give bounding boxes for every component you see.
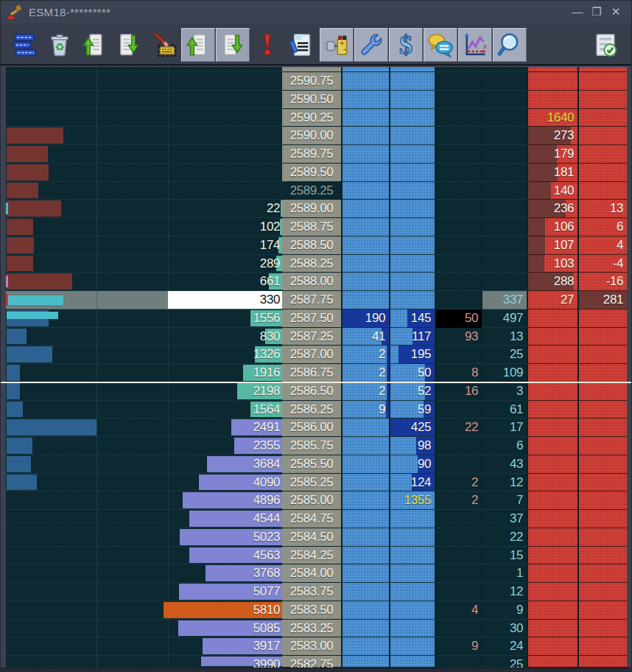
traded-count-cell[interactable]: 25: [482, 656, 528, 668]
ask-cell[interactable]: [390, 91, 436, 109]
orders-count-cell[interactable]: [436, 273, 482, 291]
bid-cell[interactable]: 2: [343, 346, 390, 364]
buy-volume-cell[interactable]: [528, 72, 579, 91]
traded-count-cell[interactable]: 337: [482, 291, 528, 309]
delta-cell[interactable]: 6: [579, 218, 627, 237]
bid-cell[interactable]: [343, 145, 390, 164]
traded-count-cell[interactable]: [482, 72, 528, 91]
orders-count-cell[interactable]: [436, 346, 482, 364]
traded-count-cell[interactable]: 24: [482, 637, 528, 656]
bid-cell[interactable]: [343, 127, 390, 145]
price-cell[interactable]: 2586.50: [282, 382, 343, 401]
buy-volume-cell[interactable]: [528, 656, 579, 668]
buy-volume-cell[interactable]: 288: [528, 273, 579, 291]
bid-cell[interactable]: [343, 437, 390, 455]
price-cell[interactable]: 2584.75: [282, 510, 343, 528]
traded-count-cell[interactable]: [482, 67, 528, 72]
buy-volume-cell[interactable]: [528, 528, 579, 547]
ask-cell[interactable]: [390, 72, 436, 91]
orders-count-cell[interactable]: [436, 583, 482, 601]
delta-cell[interactable]: 281: [579, 291, 627, 309]
bid-cell[interactable]: [343, 637, 390, 656]
bid-cell[interactable]: 2: [343, 364, 390, 382]
chart-button[interactable]: x: [458, 28, 492, 62]
ask-cell[interactable]: [390, 145, 436, 164]
orders-count-cell[interactable]: 8: [436, 364, 482, 382]
buy-volume-cell[interactable]: [528, 637, 579, 656]
price-cell[interactable]: 2585.50: [282, 455, 343, 474]
price-cell[interactable]: 2588.50: [282, 237, 343, 255]
bid-cell[interactable]: 41: [343, 328, 390, 346]
buy-volume-cell[interactable]: [528, 510, 579, 528]
buy-volume-cell[interactable]: 273: [528, 127, 579, 145]
buy-volume-cell[interactable]: [528, 564, 579, 583]
delta-cell[interactable]: [579, 164, 627, 182]
delta-cell[interactable]: -4: [579, 255, 627, 273]
traded-count-cell[interactable]: 22: [482, 528, 528, 547]
bid-cell[interactable]: 2: [343, 382, 390, 401]
maximize-button[interactable]: ❐: [587, 2, 606, 21]
ask-cell[interactable]: [390, 127, 436, 145]
price-cell[interactable]: 2589.50: [282, 164, 343, 182]
buy-volume-cell[interactable]: [528, 547, 579, 565]
buy-volume-cell[interactable]: [528, 474, 579, 492]
ask-cell[interactable]: [390, 601, 436, 620]
traded-count-cell[interactable]: [482, 182, 528, 200]
market-depth-levels-button[interactable]: [8, 28, 42, 62]
price-cell[interactable]: 2588.25: [282, 255, 343, 273]
delta-cell[interactable]: [579, 145, 627, 164]
bid-cell[interactable]: 190: [343, 309, 390, 328]
ask-cell[interactable]: 145: [390, 309, 436, 328]
orders-count-cell[interactable]: 50: [436, 309, 482, 328]
orders-count-cell[interactable]: 16: [436, 382, 482, 401]
delta-cell[interactable]: [579, 583, 627, 601]
delta-cell[interactable]: [579, 72, 627, 91]
delta-cell[interactable]: [579, 656, 627, 668]
price-cell[interactable]: 2584.00: [282, 564, 343, 583]
buy-volume-cell[interactable]: [528, 620, 579, 638]
traded-count-cell[interactable]: 15: [482, 547, 528, 565]
orders-count-cell[interactable]: [436, 91, 482, 109]
ask-cell[interactable]: [390, 528, 436, 547]
traded-count-cell[interactable]: 7: [482, 491, 528, 510]
traded-count-cell[interactable]: [482, 109, 528, 127]
buy-volume-cell[interactable]: 107: [528, 237, 579, 255]
price-cell[interactable]: 2583.25: [282, 620, 343, 638]
orders-count-cell[interactable]: [436, 547, 482, 565]
traded-count-cell[interactable]: [482, 127, 528, 145]
orders-count-cell[interactable]: [436, 145, 482, 164]
traded-count-cell[interactable]: 43: [482, 455, 528, 474]
orders-count-cell[interactable]: 2: [436, 491, 482, 510]
price-cell[interactable]: 2589.75: [282, 145, 343, 164]
bid-cell[interactable]: [343, 67, 390, 72]
delta-cell[interactable]: [579, 91, 627, 109]
orders-count-cell[interactable]: [436, 72, 482, 91]
bid-cell[interactable]: [343, 109, 390, 127]
traded-count-cell[interactable]: 37: [482, 510, 528, 528]
price-cell[interactable]: 2589.00: [282, 200, 343, 218]
delta-cell[interactable]: [579, 564, 627, 583]
ask-cell[interactable]: [390, 620, 436, 638]
page-send-up-button[interactable]: [77, 28, 111, 62]
traded-count-cell[interactable]: 6: [482, 437, 528, 455]
orders-count-cell[interactable]: [436, 182, 482, 200]
settings-wrench-button[interactable]: [354, 28, 388, 62]
delta-cell[interactable]: [579, 437, 627, 455]
delta-cell[interactable]: 13: [579, 200, 627, 218]
buy-volume-cell[interactable]: [528, 346, 579, 364]
bid-cell[interactable]: [343, 200, 390, 218]
traded-count-cell[interactable]: [482, 218, 528, 237]
price-cell[interactable]: 2590.50: [282, 91, 343, 109]
delta-cell[interactable]: [579, 547, 627, 565]
bid-cell[interactable]: [343, 273, 390, 291]
buy-volume-cell[interactable]: 140: [528, 182, 579, 200]
zoom-find-button[interactable]: [493, 28, 527, 62]
orders-count-cell[interactable]: 93: [436, 328, 482, 346]
buy-volume-cell[interactable]: [528, 67, 579, 72]
messages-chat-button[interactable]: [424, 28, 457, 62]
ask-cell[interactable]: [390, 637, 436, 656]
delta-cell[interactable]: -16: [579, 273, 627, 291]
ask-cell[interactable]: [390, 109, 436, 127]
bid-cell[interactable]: [343, 164, 390, 182]
bid-cell[interactable]: [343, 583, 390, 601]
